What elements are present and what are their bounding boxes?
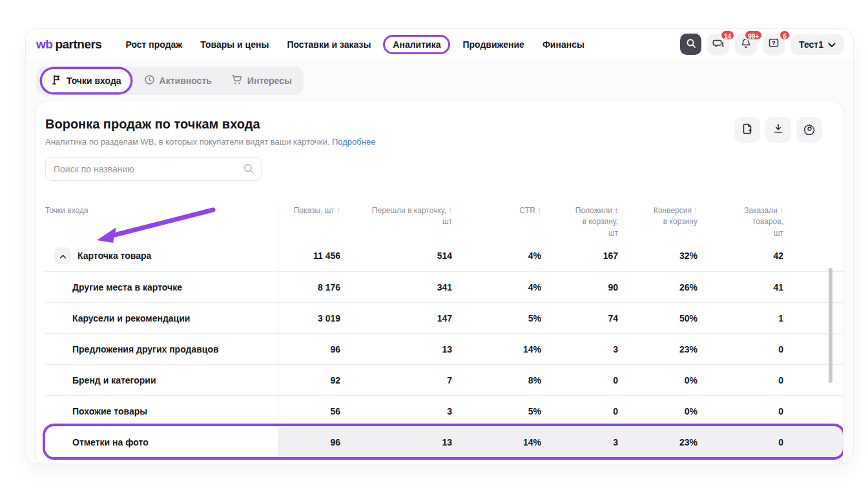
page-subtitle: Аналитика по разделам WB, в которых поку… [45, 137, 375, 147]
row-label: Отметки на фото [72, 437, 149, 447]
row-value: 41 [698, 282, 783, 292]
row-value: 0% [618, 406, 698, 416]
row-label-cell: Предложения других продавцов [45, 334, 278, 364]
column-header: Конвв [783, 205, 843, 228]
wb-partners-logo[interactable]: wbpartners [36, 37, 101, 52]
row-value: 0 [698, 375, 783, 385]
row-value: 5% [452, 313, 541, 323]
tab-label: Активность [160, 76, 212, 86]
messages-button[interactable]: 14 [707, 34, 729, 56]
column-header[interactable]: Перешли в карточку,↑шт [340, 205, 452, 228]
row-value: 514 [340, 251, 452, 261]
clock-icon [144, 74, 155, 87]
entry-points-card: Воронка продаж по точкам входа Аналитика… [36, 101, 843, 464]
row-value: 3 [340, 406, 452, 416]
topbar-right: 14 99+ 6 Тест1 [680, 34, 844, 56]
table-row[interactable]: Похожие товары5635%00%0 [45, 395, 843, 426]
account-menu[interactable]: Тест1 [790, 34, 844, 55]
row-value: 0 [541, 375, 618, 385]
cart-icon [231, 74, 243, 87]
row-value: 13 [340, 437, 452, 447]
nav-item-финансы[interactable]: Финансы [535, 36, 592, 54]
row-value: 0 [698, 437, 783, 447]
help-icon [768, 37, 780, 52]
row-value: 4% [452, 251, 541, 261]
notifications-badge: 99+ [744, 30, 763, 41]
tab-label: Интересы [247, 76, 292, 86]
row-value: 56 [278, 406, 340, 416]
row-label-cell: Похожие товары [45, 396, 278, 426]
row-value: 92 [278, 375, 340, 385]
row-value: 50% [618, 313, 698, 323]
row-label-cell: Отметки на фото [45, 427, 278, 457]
table-row[interactable]: Бренд и категории9278%00%0 [45, 364, 843, 395]
nav-item-продвижение[interactable]: Продвижение [455, 36, 531, 54]
row-label: Другие места в карточке [72, 282, 182, 292]
row-value: 26% [618, 282, 698, 292]
download-button[interactable] [765, 117, 791, 143]
row-value: 167 [541, 251, 618, 261]
tabstrip: Точки входаАктивностьИнтересы [36, 67, 304, 95]
column-header[interactable]: Заказали↑товаров,шт [698, 205, 783, 239]
row-value: 14% [452, 437, 541, 447]
row-label: Карусели и рекомендации [72, 313, 190, 323]
gear-icon [803, 123, 816, 138]
subtitle-text: Аналитика по разделам WB, в которых поку… [45, 137, 329, 147]
notifications-button[interactable]: 99+ [735, 34, 757, 56]
search-input[interactable] [45, 157, 262, 181]
tab-активность[interactable]: Активность [135, 69, 221, 92]
table-row[interactable]: Карусели и рекомендации3 0191475%7450%1 [45, 302, 843, 333]
row-value: 0 [698, 406, 783, 416]
analytics-subnav: Точки входаАктивностьИнтересы [26, 59, 853, 95]
collapse-row-button[interactable] [54, 247, 71, 264]
column-header[interactable]: CTR↑ [452, 205, 541, 216]
table-row[interactable]: Предложения других продавцов961314%323%0 [45, 333, 843, 364]
row-value: 74 [541, 313, 618, 323]
card-header: Воронка продаж по точкам входа Аналитика… [36, 101, 843, 147]
download-icon [772, 123, 784, 137]
logo-partners: partners [55, 37, 101, 52]
row-value: 96 [278, 437, 340, 447]
row-value: 32% [618, 251, 698, 261]
create-report-button[interactable] [734, 117, 760, 143]
row-value: 7 [340, 375, 452, 385]
table-search [45, 157, 262, 181]
help-badge: 6 [779, 30, 790, 41]
nav-item-рост-продаж[interactable]: Рост продаж [118, 36, 189, 54]
global-search-button[interactable] [680, 34, 701, 55]
table-row[interactable]: Карточка товара11 4565144%16732%42 [45, 240, 843, 271]
row-value: 8 176 [278, 282, 340, 292]
row-label-cell: Карточка товара [45, 240, 278, 271]
settings-button[interactable] [796, 117, 822, 143]
tab-точки-входа[interactable]: Точки входа [42, 69, 130, 92]
top-navigation-bar: wbpartners Рост продажТовары и ценыПоста… [26, 29, 853, 59]
row-label: Предложения других продавцов [72, 344, 219, 354]
table-body: Карточка товара11 4565144%16732%42Другие… [45, 240, 843, 457]
row-value: 3 019 [278, 313, 340, 323]
row-label-cell: Бренд и категории [45, 365, 278, 395]
main-nav: Рост продажТовары и ценыПоставки и заказ… [118, 35, 592, 54]
nav-item-товары-и-цены[interactable]: Товары и цены [193, 36, 276, 54]
table-header-row: Точки входаПоказы, шт↑Перешли в карточку… [45, 204, 843, 240]
app-window: wbpartners Рост продажТовары и ценыПоста… [26, 29, 853, 464]
nav-item-аналитика[interactable]: Аналитика [383, 35, 450, 54]
entry-points-table: Точки входаПоказы, шт↑Перешли в карточку… [45, 204, 843, 457]
row-value: 4% [452, 282, 541, 292]
details-link[interactable]: Подробнее [332, 137, 375, 147]
row-value: 5% [452, 406, 541, 416]
table-head: Точки входаПоказы, шт↑Перешли в карточку… [45, 204, 843, 240]
row-value: 90 [541, 282, 618, 292]
column-header[interactable]: Конверсия↑в корзину [618, 205, 698, 228]
row-label: Похожие товары [72, 406, 147, 416]
row-value: 1 [698, 313, 783, 323]
nav-item-поставки-и-заказы[interactable]: Поставки и заказы [280, 36, 378, 54]
row-value: 11 456 [278, 251, 340, 261]
column-header[interactable]: Показы, шт↑ [278, 205, 340, 216]
row-value: 8% [452, 375, 541, 385]
table-row[interactable]: Другие места в карточке8 1763414%9026%41 [45, 271, 843, 302]
vertical-scrollbar[interactable] [829, 268, 832, 383]
table-row[interactable]: Отметки на фото961314%323%0 [45, 426, 843, 457]
column-header[interactable]: Положили↑в корзину,шт [541, 205, 618, 239]
tab-интересы[interactable]: Интересы [222, 69, 301, 92]
help-button[interactable]: 6 [763, 34, 785, 56]
